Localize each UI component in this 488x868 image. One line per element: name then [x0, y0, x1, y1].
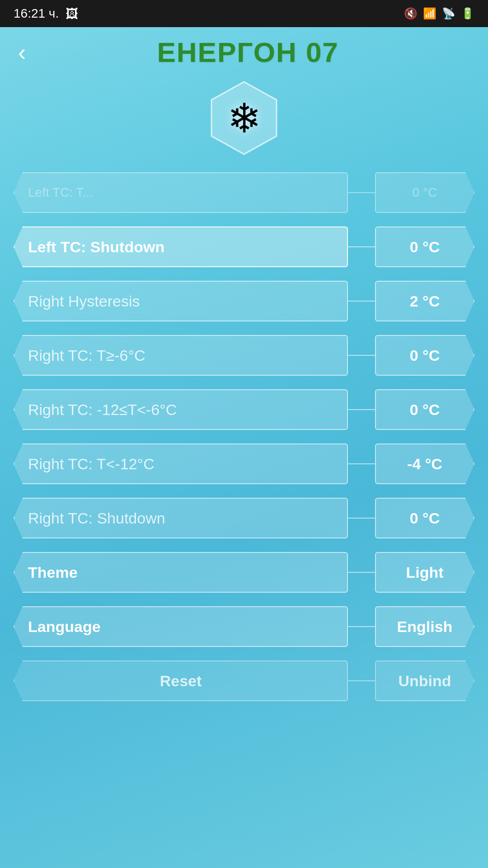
value-text-right-tc-shutdown: 0 °C [410, 509, 440, 527]
partial-label-shape: Left TC: T... [14, 172, 348, 213]
connector-3 [348, 409, 375, 410]
wifi-icon: 📶 [423, 7, 436, 20]
label-right-tc-lt12[interactable]: Right TC: T<-12°C [14, 443, 348, 484]
snowflake-hex: ❄ [203, 77, 285, 159]
value-right-tc-shutdown[interactable]: 0 °C [375, 498, 474, 538]
label-text-language: Language [28, 618, 101, 636]
value-right-tc-ge6[interactable]: 0 °C [375, 335, 474, 376]
status-time: 16:21 ч. [14, 6, 59, 21]
value-language[interactable]: English [375, 606, 474, 647]
label-language[interactable]: Language [14, 606, 348, 647]
label-right-tc-ge6[interactable]: Right TC: T≥-6°C [14, 335, 348, 376]
connector-5 [348, 518, 375, 519]
content-area: Left TC: T... 0 °C Left TC: Shutdown 0 °… [0, 172, 488, 710]
snowflake-container: ❄ [0, 73, 488, 172]
label-text-right-tc-lt12: Right TC: T<-12°C [28, 455, 155, 473]
label-text-right-tc-shutdown: Right TC: Shutdown [28, 509, 165, 527]
connector-theme [348, 572, 375, 573]
mute-icon: 🔇 [404, 7, 418, 20]
label-text-right-tc-range: Right TC: -12≤T<-6°C [28, 401, 177, 419]
value-text-right-tc-lt12: -4 °C [407, 455, 442, 473]
value-right-tc-lt12[interactable]: -4 °C [375, 443, 474, 484]
signal-icon: 📡 [442, 7, 455, 20]
value-theme[interactable]: Light [375, 552, 474, 593]
page-title: ЕНЕРГОН 07 [26, 36, 470, 68]
label-right-tc-shutdown[interactable]: Right TC: Shutdown [14, 498, 348, 538]
label-text-theme: Theme [28, 564, 78, 581]
row-right-tc-ge6[interactable]: Right TC: T≥-6°C 0 °C [14, 335, 474, 376]
footer-row: Reset Unbind [14, 660, 474, 710]
value-text-right-tc-range: 0 °C [410, 401, 440, 419]
snowflake-icon: ❄ [227, 94, 261, 142]
reset-label: Reset [160, 672, 202, 690]
value-text-right-hysteresis: 2 °C [410, 292, 440, 310]
partial-value-text: 0 °C [413, 185, 437, 200]
partial-label-text: Left TC: T... [28, 185, 93, 200]
footer-connector [348, 680, 375, 681]
row-left-tc-shutdown[interactable]: Left TC: Shutdown 0 °C [14, 226, 474, 267]
status-bar-left: 16:21 ч. 🖼 [14, 6, 78, 21]
value-left-tc-shutdown[interactable]: 0 °C [375, 226, 474, 267]
value-text-left-tc-shutdown: 0 °C [410, 238, 440, 256]
label-right-tc-range[interactable]: Right TC: -12≤T<-6°C [14, 389, 348, 430]
unbind-label: Unbind [398, 672, 451, 690]
value-text-language: English [397, 618, 453, 636]
header: ‹ ЕНЕРГОН 07 [0, 27, 488, 73]
partial-value-shape: 0 °C [375, 172, 474, 213]
row-right-hysteresis[interactable]: Right Hysteresis 2 °C [14, 281, 474, 321]
row-right-tc-lt12[interactable]: Right TC: T<-12°C -4 °C [14, 443, 474, 484]
row-theme[interactable]: Theme Light [14, 552, 474, 593]
label-text-right-tc-ge6: Right TC: T≥-6°C [28, 347, 145, 364]
connector-language [348, 626, 375, 627]
connector-2 [348, 355, 375, 356]
label-theme[interactable]: Theme [14, 552, 348, 593]
value-text-right-tc-ge6: 0 °C [410, 347, 440, 364]
label-text-right-hysteresis: Right Hysteresis [28, 292, 140, 310]
gallery-icon: 🖼 [66, 6, 78, 21]
connector-0 [348, 246, 375, 247]
value-text-theme: Light [406, 564, 443, 581]
reset-button[interactable]: Reset [14, 660, 348, 701]
connector-1 [348, 301, 375, 302]
row-right-tc-range[interactable]: Right TC: -12≤T<-6°C 0 °C [14, 389, 474, 430]
label-right-hysteresis[interactable]: Right Hysteresis [14, 281, 348, 321]
value-right-hysteresis[interactable]: 2 °C [375, 281, 474, 321]
row-right-tc-shutdown[interactable]: Right TC: Shutdown 0 °C [14, 498, 474, 538]
label-text-left-tc-shutdown: Left TC: Shutdown [28, 238, 164, 256]
value-right-tc-range[interactable]: 0 °C [375, 389, 474, 430]
status-bar-right: 🔇 📶 📡 🔋 [404, 7, 474, 20]
connector-4 [348, 463, 375, 464]
row-language[interactable]: Language English [14, 606, 474, 647]
label-left-tc-shutdown[interactable]: Left TC: Shutdown [14, 226, 348, 267]
battery-icon: 🔋 [461, 7, 474, 20]
back-button[interactable]: ‹ [18, 41, 26, 64]
unbind-button[interactable]: Unbind [375, 660, 474, 701]
status-bar: 16:21 ч. 🖼 🔇 📶 📡 🔋 [0, 0, 488, 27]
partial-row: Left TC: T... 0 °C [14, 172, 474, 213]
partial-connector [348, 192, 375, 193]
